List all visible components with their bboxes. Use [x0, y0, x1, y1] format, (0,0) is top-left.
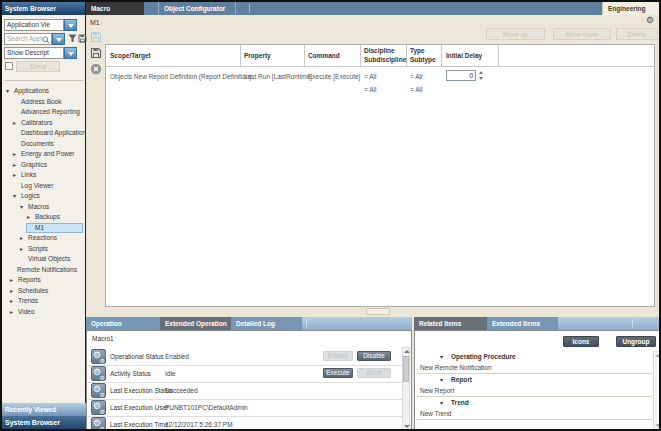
disable-button[interactable]: Disable	[357, 351, 391, 361]
tab-object-configurator[interactable]: Object Configurator	[158, 2, 236, 15]
tree-expand-icon[interactable]: ▸	[13, 118, 16, 129]
enable-button[interactable]: Enable	[323, 351, 353, 361]
stepper-down-icon[interactable]	[479, 77, 483, 80]
column-header-command[interactable]: Command	[308, 52, 340, 59]
abort-button[interactable]: Abort	[357, 368, 391, 378]
tree-item-backups[interactable]: ▸Backups	[2, 212, 86, 223]
tree-expand-icon[interactable]: ▸	[27, 212, 30, 223]
scroll-up-icon[interactable]	[655, 354, 661, 357]
system-browser-bottom-bar[interactable]: System Browser	[2, 416, 86, 430]
search-dropdown-arrow[interactable]	[52, 33, 65, 45]
tree-collapse-icon[interactable]: ▾	[440, 399, 443, 406]
tree-item-log-viewer[interactable]: Log Viewer	[2, 181, 86, 192]
related-group-trend[interactable]: ▾Trend	[451, 399, 469, 406]
cell-discipline-filter[interactable]: = All	[364, 73, 376, 80]
initial-delay-stepper[interactable]	[477, 70, 485, 81]
delete-circle-icon[interactable]	[90, 63, 102, 75]
settings-gear-icon[interactable]: ⚙	[646, 16, 654, 25]
scroll-down-icon[interactable]	[404, 425, 410, 428]
related-group-operating-procedure[interactable]: ▾Operating Procedure	[451, 353, 516, 360]
cell-command[interactable]: Execute [Execute]	[308, 73, 360, 80]
column-header-subtype[interactable]: Subtype	[410, 56, 436, 63]
tree-expand-icon[interactable]: ▸	[10, 296, 13, 307]
move-down-button[interactable]: Move down	[553, 28, 611, 40]
tree-item-links[interactable]: ▸Links	[2, 170, 86, 181]
tree-item-m1[interactable]: M1	[2, 223, 86, 234]
tab-macro[interactable]: Macro	[86, 2, 144, 15]
initial-delay-input[interactable]: 0	[446, 70, 476, 81]
ungroup-button[interactable]: Ungroup	[616, 336, 656, 347]
delete-button[interactable]: Delete	[616, 28, 658, 40]
tree-item-virtual-objects[interactable]: Virtual Objects	[2, 254, 86, 265]
tree-item-scripts[interactable]: ▸Scripts	[2, 244, 86, 255]
stepper-up-icon[interactable]	[479, 71, 483, 74]
show-description-dropdown[interactable]: Show Descript	[4, 47, 64, 59]
cell-subtype-filter[interactable]: = All	[410, 86, 422, 93]
cell-subdiscipline-filter[interactable]: = All	[364, 86, 376, 93]
related-item-new-remote-notification[interactable]: New Remote Notification	[420, 364, 492, 371]
tree-item-schedules[interactable]: ▸Schedules	[2, 286, 86, 297]
tree-item-address-book[interactable]: Address Book	[2, 97, 86, 108]
tab-engineering[interactable]: Engineering	[602, 2, 659, 15]
related-items-scrollbar[interactable]	[653, 351, 661, 430]
tab-operation[interactable]: Operation	[86, 317, 160, 330]
column-header-subdiscipline[interactable]: Subdiscipline	[364, 56, 406, 63]
column-header-type[interactable]: Type	[410, 47, 425, 54]
tree-expand-icon[interactable]: ▸	[10, 275, 13, 286]
tree-item-macros[interactable]: ▾Macros	[2, 202, 86, 213]
cell-type-filter[interactable]: = All	[410, 73, 422, 80]
tree-expand-icon[interactable]: ▸	[10, 307, 13, 318]
tree-item-reports[interactable]: ▸Reports	[2, 275, 86, 286]
cell-property[interactable]: Last Run [LastRuntime]	[244, 73, 312, 80]
column-header-property[interactable]: Property	[244, 52, 271, 59]
tree-expand-icon[interactable]: ▸	[20, 244, 23, 255]
recently-viewed-bar[interactable]: Recently Viewed	[2, 403, 86, 416]
tree-item-reactions[interactable]: ▸Reactions	[2, 233, 86, 244]
tree-collapse-icon[interactable]: ▾	[13, 191, 16, 202]
scroll-up-icon[interactable]	[404, 350, 410, 353]
column-header-scope-target[interactable]: Scope/Target	[110, 52, 151, 59]
move-up-button[interactable]: Move up	[486, 28, 545, 40]
tree-collapse-icon[interactable]: ▾	[440, 376, 443, 383]
icons-button[interactable]: Icons	[563, 336, 599, 347]
tab-detailed-log[interactable]: Detailed Log	[231, 317, 302, 330]
tree-item-logics[interactable]: ▾Logics	[2, 191, 86, 202]
filter-icon[interactable]	[68, 34, 77, 43]
splitter-collapse-handle[interactable]	[366, 308, 390, 315]
tree-item-documents[interactable]: Documents	[2, 139, 86, 150]
tree-item-energy-and-power[interactable]: ▸Energy and Power	[2, 149, 86, 160]
tree-item-video[interactable]: ▸Video	[2, 307, 86, 318]
application-view-dropdown[interactable]: Application Vie	[4, 19, 64, 31]
tree-item-applications[interactable]: ▾Applications	[2, 86, 86, 97]
operation-scrollbar[interactable]	[402, 347, 410, 431]
scroll-down-icon[interactable]	[655, 424, 661, 427]
column-header-initial-delay[interactable]: Initial Delay	[446, 52, 482, 59]
tree-item-dashboard-application[interactable]: Dashboard Application	[2, 128, 86, 139]
send-checkbox[interactable]	[5, 62, 13, 70]
tree-collapse-icon[interactable]: ▾	[6, 86, 9, 97]
tree-expand-icon[interactable]: ▸	[10, 286, 13, 297]
tree-item-remote-notifications[interactable]: Remote Notifications	[2, 265, 86, 276]
tree-item-trends[interactable]: ▸Trends	[2, 296, 86, 307]
tree-collapse-icon[interactable]: ▾	[20, 202, 23, 213]
execute-button[interactable]: Execute	[323, 368, 353, 378]
tree-expand-icon[interactable]: ▸	[13, 170, 16, 181]
column-header-discipline[interactable]: Discipline	[364, 47, 395, 54]
related-item-new-trend[interactable]: New Trend	[420, 410, 451, 417]
send-button[interactable]: Send	[16, 61, 60, 72]
tree-expand-icon[interactable]: ▸	[13, 149, 16, 160]
tab-extended-items[interactable]: Extended Items	[487, 317, 558, 330]
tree-item-advanced-reporting[interactable]: Advanced Reporting	[2, 107, 86, 118]
tree-collapse-icon[interactable]: ▾	[440, 353, 443, 360]
scrollbar-thumb[interactable]	[403, 356, 409, 382]
search-input[interactable]: Search Appl	[4, 33, 52, 45]
tree-item-calibrators[interactable]: ▸Calibrators	[2, 118, 86, 129]
application-view-dropdown-arrow[interactable]	[64, 19, 77, 31]
tree-item-graphics[interactable]: ▸Graphics	[2, 160, 86, 171]
tab-extended-operation[interactable]: Extended Operation	[160, 317, 231, 330]
tab-related-items[interactable]: Related Items	[414, 317, 487, 330]
save-filter-icon[interactable]	[78, 34, 87, 43]
show-description-dropdown-arrow[interactable]	[64, 47, 77, 59]
cell-scope-target[interactable]: Objects New Report Definition (Report De…	[110, 73, 252, 80]
related-item-new-report[interactable]: New Report	[420, 387, 454, 394]
